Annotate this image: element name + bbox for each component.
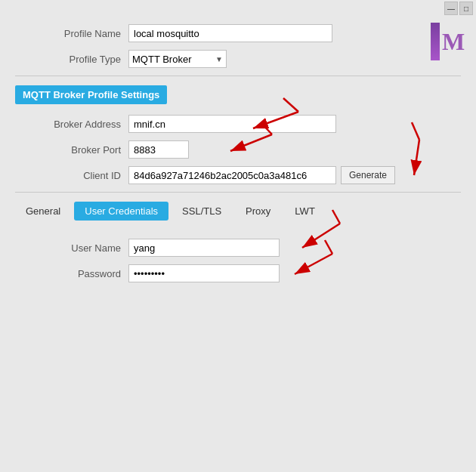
profile-name-input[interactable] [128,24,332,42]
logo-letter: M [442,28,465,56]
broker-address-label: Broker Address [15,119,128,130]
tabs-divider [15,192,461,193]
broker-port-row: Broker Port [15,140,461,159]
profile-name-row: Profile Name [15,24,461,42]
profile-type-wrapper: MQTT Broker MQTT Client ▼ [128,50,227,68]
tab-proxy[interactable]: Proxy [235,202,281,221]
main-content: Profile Name Profile Type MQTT Broker MQ… [0,17,476,298]
generate-button[interactable]: Generate [341,166,395,184]
credentials-section: User Name Password [15,239,461,282]
broker-port-label: Broker Port [15,144,128,156]
password-label: Password [15,268,128,279]
client-id-row: Client ID Generate [15,166,461,184]
broker-address-row: Broker Address [15,115,461,133]
username-input[interactable] [128,239,280,257]
tab-lwt[interactable]: LWT [284,202,325,221]
username-label: User Name [15,242,128,254]
divider [15,76,461,76]
section-header: MQTT Broker Profile Settings [15,85,461,115]
logo-stripe [431,23,440,60]
profile-name-label: Profile Name [15,28,128,39]
broker-port-input[interactable] [128,140,189,159]
broker-address-input[interactable] [128,115,336,133]
password-input[interactable] [128,264,280,282]
logo-area: M [431,23,476,60]
tab-general[interactable]: General [15,202,71,221]
main-window: — □ M Profile Name Profile Type MQTT Bro… [0,0,476,472]
section-header-label: MQTT Broker Profile Settings [15,85,167,104]
maximize-button[interactable]: □ [459,2,473,15]
profile-type-select[interactable]: MQTT Broker MQTT Client [128,50,227,68]
profile-type-row: Profile Type MQTT Broker MQTT Client ▼ [15,50,461,68]
tab-user-credentials[interactable]: User Credentials [74,202,168,221]
client-id-input[interactable] [128,166,336,184]
tab-ssl-tls[interactable]: SSL/TLS [172,202,232,221]
profile-type-label: Profile Type [15,54,128,65]
client-id-label: Client ID [15,170,128,181]
username-row: User Name [15,239,461,257]
minimize-button[interactable]: — [444,2,458,15]
password-row: Password [15,264,461,282]
tabs-row: General User Credentials SSL/TLS Proxy L… [15,202,461,224]
titlebar: — □ [0,0,476,17]
